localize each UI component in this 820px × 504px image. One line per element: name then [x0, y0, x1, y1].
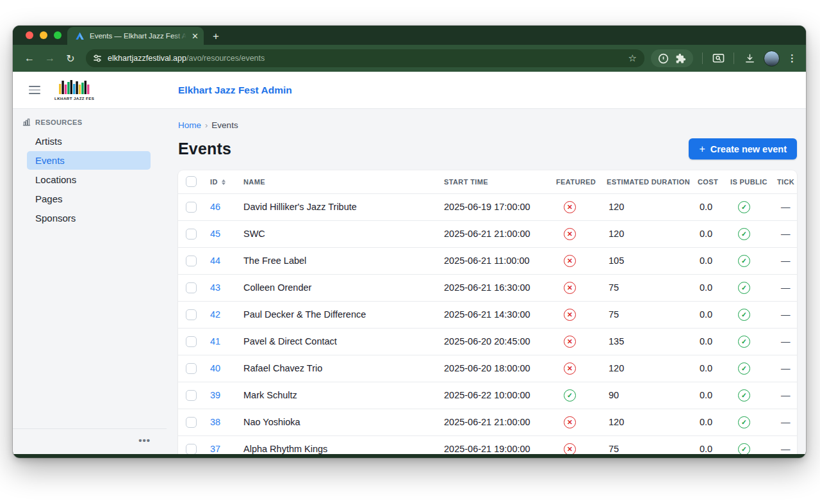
url-bar[interactable]: elkhartjazzfestival.app/avo/resources/ev…: [86, 49, 644, 67]
sidebar-item-pages[interactable]: Pages: [27, 190, 151, 208]
event-name: The Free Label: [243, 247, 444, 274]
browser-window: Events — Elkhart Jazz Fest Ad ✕ + ← → ↻ …: [13, 26, 806, 458]
logo-caption: ELKHART JAZZ FEST: [54, 95, 94, 101]
table-row: 39 Mark Schultz 2025-06-22 10:00:00 ✓ 90…: [178, 382, 797, 409]
table-row: 40 Rafael Chavez Trio 2025-06-20 18:00:0…: [178, 355, 797, 382]
row-checkbox[interactable]: [186, 363, 197, 374]
record-id-link[interactable]: 44: [206, 256, 220, 266]
is-public-status-icon: ✓: [738, 443, 750, 454]
event-estimated-duration: 135: [607, 328, 698, 355]
record-id-link[interactable]: 43: [206, 282, 220, 293]
event-ticket-value: —: [777, 382, 797, 409]
sidebar-item-artists[interactable]: Artists: [27, 132, 151, 150]
table-row: 45 SWC 2025-06-21 21:00:00 ✕ 120 0.0 ✓ —: [178, 220, 797, 247]
sidebar-item-locations[interactable]: Locations: [27, 170, 151, 189]
sort-icon[interactable]: [222, 179, 226, 185]
url-text[interactable]: elkhartjazzfestival.app/avo/resources/ev…: [108, 54, 623, 63]
column-header-featured: FEATURED: [556, 170, 607, 193]
window-minimize-button[interactable]: [40, 31, 47, 39]
record-id-link[interactable]: 39: [206, 390, 220, 400]
record-id-link[interactable]: 46: [206, 202, 220, 212]
screen-search-icon[interactable]: [709, 49, 727, 67]
event-cost: 0.0: [698, 274, 730, 301]
sidebar-item-events[interactable]: Events: [27, 151, 151, 170]
row-checkbox[interactable]: [186, 417, 197, 428]
featured-status-icon: ✕: [564, 362, 576, 375]
row-checkbox[interactable]: [186, 282, 197, 293]
new-tab-button[interactable]: +: [213, 31, 219, 42]
event-name: Pavel & Direct Contact: [243, 328, 444, 355]
record-id-link[interactable]: 42: [206, 309, 220, 320]
column-header-id[interactable]: ID: [206, 170, 243, 193]
window-close-button[interactable]: [26, 31, 33, 39]
record-id-link[interactable]: 45: [206, 229, 220, 239]
record-id-link[interactable]: 40: [206, 363, 220, 373]
record-id-link[interactable]: 37: [206, 444, 220, 454]
profile-avatar[interactable]: [764, 51, 780, 67]
is-public-status-icon: ✓: [738, 362, 750, 375]
event-start-time: 2025-06-21 16:30:00: [444, 274, 556, 301]
site-settings-icon[interactable]: [92, 53, 102, 63]
event-estimated-duration: 120: [607, 355, 698, 382]
forward-icon[interactable]: →: [41, 49, 59, 67]
sidebar-footer: •••: [13, 428, 167, 454]
page-title: Events: [178, 140, 231, 158]
extensions-puzzle-icon[interactable]: [675, 53, 686, 64]
column-header-estimated-duration: ESTIMATED DURATION: [607, 170, 698, 193]
row-checkbox[interactable]: [186, 309, 197, 320]
event-start-time: 2025-06-21 11:00:00: [444, 247, 556, 274]
tab-close-icon[interactable]: ✕: [192, 32, 199, 40]
row-checkbox[interactable]: [186, 444, 197, 454]
featured-status-icon: ✕: [564, 255, 576, 267]
event-ticket-value: —: [777, 220, 797, 247]
sidebar-more-button[interactable]: •••: [138, 438, 151, 443]
window-zoom-button[interactable]: [54, 31, 62, 39]
featured-status-icon: ✕: [564, 309, 576, 321]
breadcrumb-home-link[interactable]: Home: [178, 120, 201, 130]
table-header-row: ID NAME START TIME FEATURED ESTIMATED DU…: [178, 170, 797, 193]
events-table-card: ID NAME START TIME FEATURED ESTIMATED DU…: [178, 170, 797, 454]
featured-status-icon: ✕: [564, 416, 576, 428]
event-cost: 0.0: [698, 409, 730, 435]
browser-tab[interactable]: Events — Elkhart Jazz Fest Ad ✕: [67, 27, 204, 45]
chrome-menu-icon[interactable]: ⋮: [785, 53, 800, 64]
password-manager-icon[interactable]: [658, 53, 669, 64]
row-checkbox[interactable]: [186, 390, 197, 401]
featured-status-icon: ✕: [564, 201, 576, 213]
app-title[interactable]: Elkhart Jazz Fest Admin: [178, 85, 292, 96]
event-ticket-value: —: [777, 247, 797, 274]
downloads-icon[interactable]: [741, 49, 758, 67]
breadcrumb: Home › Events: [178, 120, 797, 130]
hamburger-menu-icon[interactable]: [29, 86, 40, 93]
extensions-pill: [651, 49, 693, 67]
table-row: 42 Paul Decker & The Difference 2025-06-…: [178, 301, 797, 328]
record-id-link[interactable]: 38: [206, 417, 220, 427]
event-cost: 0.0: [698, 301, 730, 328]
event-cost: 0.0: [698, 220, 730, 247]
resources-section-header: RESOURCES: [13, 118, 167, 126]
row-checkbox[interactable]: [186, 202, 197, 213]
toolbar-separator: [702, 53, 703, 64]
featured-status-icon: ✕: [564, 282, 576, 294]
featured-status-icon: ✕: [564, 336, 576, 348]
row-checkbox[interactable]: [186, 256, 197, 266]
row-checkbox[interactable]: [186, 336, 197, 347]
bookmark-star-icon[interactable]: ☆: [628, 53, 638, 64]
sidebar-item-sponsors[interactable]: Sponsors: [27, 209, 151, 227]
back-icon[interactable]: ←: [20, 49, 38, 67]
select-all-checkbox[interactable]: [186, 176, 197, 187]
table-row: 41 Pavel & Direct Contact 2025-06-20 20:…: [178, 328, 797, 355]
bar-chart-icon: [22, 118, 31, 126]
create-new-event-button[interactable]: + Create new event: [689, 138, 797, 159]
event-ticket-value: —: [777, 355, 797, 382]
row-checkbox[interactable]: [186, 229, 197, 240]
event-cost: 0.0: [698, 328, 730, 355]
event-estimated-duration: 120: [607, 220, 698, 247]
event-cost: 0.0: [698, 435, 730, 454]
event-name: David Hilliker's Jazz Tribute: [243, 193, 444, 220]
event-estimated-duration: 75: [607, 274, 698, 301]
featured-status-icon: ✓: [564, 389, 576, 402]
reload-icon[interactable]: ↻: [62, 49, 79, 67]
record-id-link[interactable]: 41: [206, 336, 220, 346]
table-row: 44 The Free Label 2025-06-21 11:00:00 ✕ …: [178, 247, 797, 274]
